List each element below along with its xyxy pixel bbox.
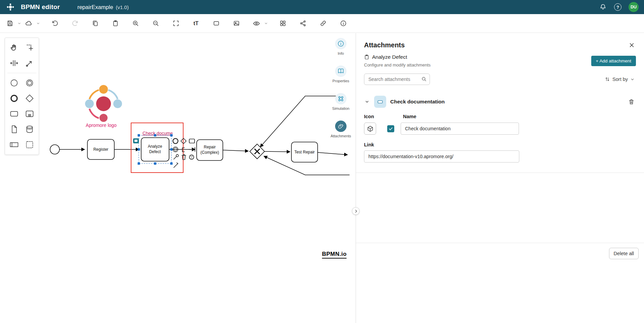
check-icon: [389, 127, 393, 131]
create-group[interactable]: [22, 138, 37, 152]
tab-properties-label: Properties: [332, 79, 349, 83]
cloud-save-button[interactable]: [22, 17, 35, 30]
link-field-label: Link: [364, 142, 636, 147]
selected-element-name: Analyze Defect: [372, 54, 407, 60]
fit-screen-button[interactable]: [169, 17, 182, 30]
sort-chevron-icon: [630, 77, 635, 82]
paste-button[interactable]: [109, 17, 122, 30]
save-button[interactable]: [3, 17, 16, 30]
attachment-search: [364, 74, 430, 85]
sort-by-control[interactable]: Sort by: [605, 77, 635, 82]
delete-trash-icon[interactable]: [182, 155, 186, 160]
collapse-attachment-chevron-icon[interactable]: [364, 99, 370, 105]
create-gateway[interactable]: [22, 91, 37, 105]
document-version: (v1.0): [116, 4, 129, 10]
exclusive-gateway[interactable]: [250, 144, 265, 159]
attachment-enabled-checkbox[interactable]: [387, 125, 394, 132]
global-connect-tool[interactable]: [22, 56, 37, 70]
lasso-tool[interactable]: [22, 41, 37, 55]
copy-button[interactable]: [89, 17, 102, 30]
delete-attachment-trash-icon[interactable]: [627, 97, 636, 106]
search-icon: [421, 76, 427, 83]
color-palette-icon[interactable]: [189, 155, 194, 159]
create-participant[interactable]: [7, 138, 22, 152]
insert-image-button[interactable]: [230, 17, 243, 30]
search-attachments-input[interactable]: [364, 74, 430, 85]
create-data-object[interactable]: [7, 122, 22, 136]
text-size-button[interactable]: tT: [190, 17, 202, 30]
notifications-bell-icon[interactable]: [599, 3, 607, 11]
attachment-type-icon: [374, 96, 386, 108]
attachment-name-input[interactable]: [401, 123, 519, 135]
attachment-card: Check documentation Icon Name: [364, 96, 636, 163]
user-avatar[interactable]: DU: [629, 2, 639, 12]
apromore-logo-icon[interactable]: [5, 2, 15, 12]
help-icon[interactable]: ?: [614, 3, 622, 11]
panel-collapse-toggle[interactable]: [352, 207, 360, 215]
attachment-link-input[interactable]: [364, 150, 519, 163]
frame-shape-button[interactable]: [210, 17, 223, 30]
append-end-event-icon[interactable]: [173, 139, 178, 144]
bpmn-io-watermark[interactable]: BPMN.io: [322, 251, 347, 259]
task-test-repair[interactable]: Test Repair: [291, 142, 318, 162]
tab-properties[interactable]: Properties: [332, 65, 349, 83]
cloud-options-chevron-icon[interactable]: [35, 17, 41, 30]
add-attachment-button[interactable]: + Add attachment: [591, 56, 636, 66]
properties-book-icon: [335, 65, 347, 77]
close-panel-icon[interactable]: [627, 41, 636, 49]
tab-attachments-label: Attachments: [330, 134, 351, 138]
tab-simulation[interactable]: Simulation: [332, 93, 349, 110]
delete-all-button[interactable]: Delete all: [609, 248, 639, 259]
cube-icon: [367, 125, 374, 132]
screwdriver-icon[interactable]: [174, 163, 178, 168]
hand-tool[interactable]: [7, 41, 22, 55]
info-button[interactable]: [337, 17, 350, 30]
create-end-event[interactable]: [7, 91, 22, 105]
logo-right-circle: [113, 99, 122, 108]
attachment-link-label[interactable]: Check docume: [143, 131, 173, 136]
svg-text:Register: Register: [93, 147, 109, 152]
visibility-chevron-icon[interactable]: [263, 17, 269, 30]
sequence-flow[interactable]: [260, 96, 338, 147]
visibility-eye-button[interactable]: [250, 17, 263, 30]
icon-picker-button[interactable]: [364, 123, 376, 135]
create-data-store[interactable]: [22, 122, 37, 136]
panel-footer: Delete all: [356, 243, 644, 264]
document-name: repairExample: [77, 4, 113, 10]
svg-text:(Complex): (Complex): [200, 150, 219, 155]
redo-button[interactable]: [69, 17, 81, 30]
logo-center-circle: [96, 96, 111, 111]
space-tool[interactable]: [7, 56, 22, 70]
bpmn-canvas[interactable]: Apromore logo Register: [0, 33, 356, 323]
element-templates-button[interactable]: [276, 17, 289, 30]
bpmn-editor-app: BPMN editor repairExample (v1.0) ? DU: [0, 0, 644, 323]
start-event[interactable]: [50, 145, 59, 154]
apromore-logo-shape[interactable]: Apromore logo: [85, 85, 122, 128]
bpmn-diagram: Apromore logo Register: [0, 33, 356, 323]
append-task-icon[interactable]: [189, 139, 195, 143]
link-button[interactable]: [317, 17, 329, 30]
create-intermediate-event[interactable]: [22, 76, 37, 90]
create-task[interactable]: [7, 107, 22, 121]
undo-button[interactable]: [48, 17, 61, 30]
save-options-chevron-icon[interactable]: [16, 17, 22, 30]
sort-arrows-icon: [605, 77, 610, 82]
tab-attachments[interactable]: Attachments: [330, 121, 351, 138]
palette-separator: [7, 73, 36, 73]
attachments-panel: Attachments Analyze Defect Configure and…: [356, 33, 644, 323]
tab-info[interactable]: Info: [335, 38, 347, 55]
task-analyze-defect[interactable]: Analyze Defect: [133, 134, 173, 165]
zoom-out-button[interactable]: [149, 17, 162, 30]
task-repair-complex[interactable]: Repair (Complex): [197, 140, 223, 160]
attachment-badge[interactable]: [133, 138, 139, 143]
sort-by-label: Sort by: [612, 77, 628, 82]
sequence-flow[interactable]: [318, 152, 348, 155]
sequence-flow[interactable]: [223, 150, 248, 151]
task-register[interactable]: Register: [87, 139, 114, 159]
zoom-in-button[interactable]: [129, 17, 142, 30]
sequence-flow[interactable]: [265, 151, 290, 152]
wrench-icon[interactable]: [174, 154, 178, 159]
create-subprocess[interactable]: [22, 107, 37, 121]
create-start-event[interactable]: [7, 76, 22, 90]
share-button[interactable]: [296, 17, 309, 30]
